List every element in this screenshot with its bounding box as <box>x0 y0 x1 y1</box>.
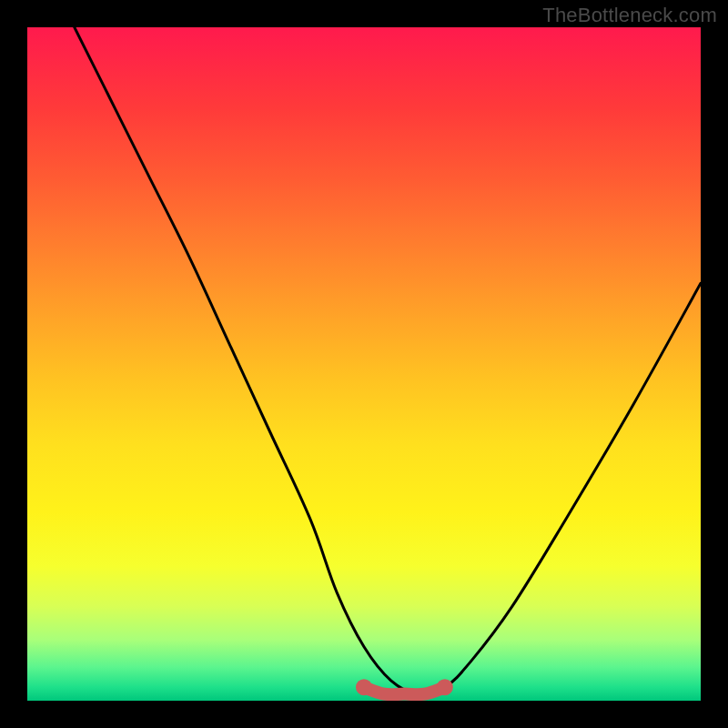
chart-frame: TheBottleneck.com <box>0 0 728 728</box>
curve-layer <box>27 27 701 701</box>
flat-marker-line <box>364 687 445 694</box>
black-curve-line <box>75 27 701 694</box>
watermark-text: TheBottleneck.com <box>542 4 717 27</box>
flat-marker-dot <box>437 679 453 695</box>
plot-area <box>27 27 701 701</box>
flat-marker-dot <box>356 679 372 695</box>
